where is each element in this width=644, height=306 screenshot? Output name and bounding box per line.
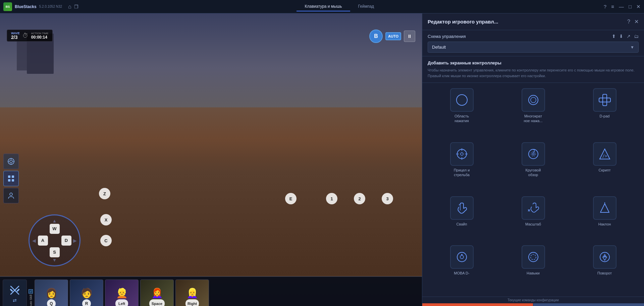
ctrl-swipe-label: Свайп	[457, 222, 467, 226]
3-key[interactable]: 3	[382, 193, 393, 204]
multi-tap-icon	[527, 94, 540, 106]
wave-info: WAVE 2/3 ⏱ ACTION TIME 00:00:14	[7, 30, 53, 42]
ctrl-dpad[interactable]: D-pad	[571, 88, 639, 139]
ctrl-rotation[interactable]: Поворот	[571, 245, 639, 291]
svg-rect-9	[12, 179, 14, 182]
e-key[interactable]: E	[285, 193, 297, 204]
inst-text: Чтобы назначить элемент управления, клик…	[428, 67, 639, 79]
close-icon-topbar[interactable]: ✕	[636, 4, 641, 10]
rp-header: Редактор игрового управл... ? ✕	[422, 13, 644, 30]
q-key-slot[interactable]: Q	[47, 299, 56, 306]
svg-point-16	[529, 95, 538, 105]
reset-button[interactable]: Сбросить	[422, 303, 533, 306]
rp-title: Редактор игрового управл...	[428, 19, 498, 24]
ctrl-skills[interactable]: Навыки	[499, 245, 567, 291]
svg-point-27	[532, 152, 535, 156]
rotation-icon	[598, 251, 611, 263]
skill-slot-1[interactable]: 👩 Q	[35, 279, 68, 306]
svg-point-21	[461, 153, 463, 155]
folder-icon[interactable]: 🗂	[634, 34, 639, 39]
export-icon[interactable]: ⬇	[619, 34, 623, 39]
save-button[interactable]: Сохранить	[533, 303, 644, 306]
auto-skill-check[interactable]: ✓	[29, 289, 33, 294]
menu-icon-topbar[interactable]: ≡	[611, 4, 614, 9]
controllers-grid: Областьнажатия Многократное нажа...	[422, 83, 644, 297]
svg-rect-8	[8, 179, 10, 182]
skill-slot-2[interactable]: 🧑 R	[70, 279, 103, 306]
svg-point-15	[457, 95, 467, 105]
space-key-slot[interactable]: Space	[149, 299, 165, 306]
tab-keyboard[interactable]: Клавиатура и мышь	[297, 2, 350, 11]
z-key[interactable]: Z	[99, 188, 110, 199]
help-icon-topbar[interactable]: ?	[604, 4, 606, 9]
skill-slot-3[interactable]: 👱 Left	[105, 279, 139, 306]
svg-point-17	[531, 97, 536, 103]
w-key[interactable]: W	[50, 224, 60, 234]
d-key[interactable]: D	[61, 236, 71, 246]
s-key[interactable]: S	[50, 247, 60, 257]
upload-icon[interactable]: ⬆	[612, 34, 616, 39]
ctrl-moba-label: MOBA D-	[454, 271, 469, 275]
skill-slot-5[interactable]: 👱‍♀️ Right	[175, 279, 209, 306]
skill-slot-4[interactable]: 👩‍🦰 Space	[140, 279, 174, 306]
scale-icon	[527, 202, 540, 214]
2-key[interactable]: 2	[354, 193, 365, 204]
character-button[interactable]	[3, 188, 19, 203]
b-button[interactable]: B	[369, 30, 383, 43]
action-slot[interactable]: ⇄	[3, 279, 27, 306]
scroll-icon	[527, 148, 540, 160]
instructions-section: Добавить экранные контроллеры Чтобы назн…	[422, 56, 644, 83]
tab-gamepad[interactable]: Геймпад	[350, 2, 382, 11]
ctrl-moba[interactable]: MOBA D-	[428, 245, 496, 291]
svg-rect-7	[12, 175, 14, 178]
share-icon[interactable]: ↗	[627, 34, 631, 39]
rp-help-icon[interactable]: ?	[627, 19, 630, 25]
left-key-slot[interactable]: Left	[115, 299, 128, 306]
copy-icon[interactable]: ❐	[74, 4, 78, 9]
x-key[interactable]: X	[100, 214, 112, 225]
ctrl-multi-tap-label: Многократное нажа...	[524, 114, 542, 123]
ctrl-scale-label: Масштаб	[525, 222, 541, 226]
svg-marker-40	[603, 257, 607, 260]
ctrl-scale[interactable]: Масштаб	[499, 196, 567, 242]
minimize-icon[interactable]: —	[619, 4, 624, 9]
svg-rect-14	[16, 289, 20, 292]
ctrl-script[interactable]: /> Скрипт	[571, 142, 639, 193]
bs-logo: BS	[3, 2, 12, 11]
dpad-container[interactable]: ▲ ▼ ◀ ▶ W S A D	[29, 214, 80, 266]
c-key[interactable]: C	[100, 235, 112, 246]
dpad-ctrl-icon	[598, 94, 611, 106]
auto-skill-label: Auto Skill	[29, 295, 33, 306]
right-key-slot[interactable]: Right	[185, 299, 199, 306]
ctrl-dpad-label: D-pad	[600, 114, 610, 118]
tilt-icon	[598, 202, 611, 214]
1-key[interactable]: 1	[326, 193, 337, 204]
schema-dropdown[interactable]: Default ▼	[428, 42, 639, 53]
ctrl-aim[interactable]: Прицел истрельба	[428, 142, 496, 193]
ctrl-swipe[interactable]: Свайп	[428, 196, 496, 242]
pause-button[interactable]: ⏸	[404, 31, 415, 42]
svg-point-34	[460, 255, 464, 259]
skill-bar: ⇄ ✓ Auto Skill 👩 Q	[0, 276, 422, 306]
home-icon[interactable]: ⌂	[68, 4, 71, 10]
character-icon	[7, 192, 15, 199]
ctrl-tilt[interactable]: Наклон	[571, 196, 639, 242]
ctrl-multi-tap[interactable]: Многократное нажа...	[499, 88, 567, 139]
current-config-label: Текущие команды конфигурации	[422, 297, 644, 303]
ctrl-scroll[interactable]: Круговойобзор	[499, 142, 567, 193]
auto-button[interactable]: AUTO	[385, 32, 401, 40]
maximize-icon[interactable]: □	[629, 4, 632, 9]
minimap-button[interactable]	[3, 154, 19, 169]
r-key-slot[interactable]: R	[82, 299, 91, 306]
svg-rect-18	[603, 94, 607, 106]
a-key[interactable]: A	[38, 236, 48, 246]
ctrl-aim-label: Прицел истрельба	[454, 168, 470, 177]
svg-marker-31	[600, 204, 609, 212]
skills-icon	[527, 251, 540, 263]
svg-marker-39	[603, 254, 607, 257]
rp-close-icon[interactable]: ✕	[634, 18, 639, 25]
bs-brand: BlueStacks	[15, 4, 37, 9]
schema-section: Схема управления ⬆ ⬇ ↗ 🗂 Default ▼	[422, 30, 644, 56]
grid-button[interactable]	[3, 171, 19, 186]
ctrl-tap[interactable]: Областьнажатия	[428, 88, 496, 139]
